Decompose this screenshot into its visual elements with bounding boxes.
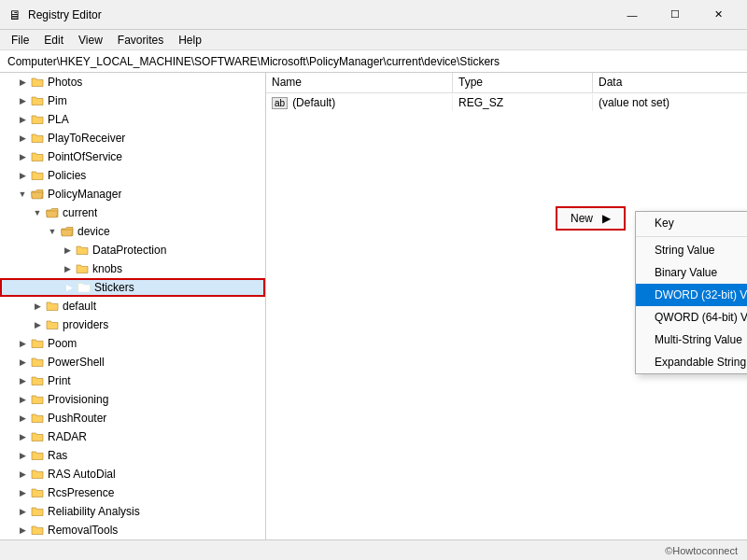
tree-item[interactable]: ▶ RAS AutoDial (0, 465, 265, 483)
expand-btn[interactable]: ▶ (15, 75, 30, 90)
folder-icon (30, 355, 45, 370)
new-button[interactable]: New ▶ (556, 206, 626, 231)
expand-btn[interactable]: ▶ (15, 373, 30, 388)
tree-label: Print (48, 374, 71, 387)
address-path: Computer\HKEY_LOCAL_MACHINE\SOFTWARE\Mic… (7, 55, 500, 68)
folder-icon (75, 261, 90, 276)
expand-btn[interactable]: ▼ (15, 187, 30, 202)
menu-item-view[interactable]: View (71, 32, 110, 49)
app-title: Registry Editor (28, 8, 611, 21)
expand-btn[interactable]: ▶ (30, 299, 45, 314)
expand-btn[interactable]: ▼ (30, 205, 45, 220)
tree-label: default (63, 300, 96, 313)
expand-btn[interactable]: ▶ (15, 93, 30, 108)
tree-item[interactable]: ▶ RemovalTools (0, 521, 265, 539)
expand-btn[interactable]: ▶ (15, 429, 30, 444)
ctx-menu-item[interactable]: QWORD (64-bit) Value (636, 306, 747, 329)
tree-item[interactable]: ▶ PLA (0, 110, 265, 129)
tree-label: Photos (48, 76, 82, 89)
reg-name: (Default) (292, 96, 335, 109)
tree-item[interactable]: ▶ Reliability Analysis (0, 502, 265, 521)
tree-item[interactable]: ▶ DataProtection (0, 241, 265, 259)
menu-item-favorites[interactable]: Favorites (110, 32, 171, 49)
ctx-menu-item[interactable]: Multi-String Value (636, 329, 747, 351)
tree-item[interactable]: ▶ PointOfService (0, 147, 265, 166)
tree-item[interactable]: ▶ providers (0, 315, 265, 334)
tree-item[interactable]: ▶ default (0, 297, 265, 315)
folder-icon (30, 448, 45, 463)
tree-item[interactable]: ▶ Provisioning (0, 390, 265, 409)
reg-type: REG_SZ (458, 96, 503, 109)
tree-item[interactable]: ▶ Photos (0, 73, 265, 91)
tree-item[interactable]: ▼ PolicyManager (0, 185, 265, 203)
ctx-menu-item[interactable]: String Value (636, 239, 747, 261)
tree-label: Provisioning (48, 393, 108, 406)
tree-item[interactable]: ▶ knobs (0, 259, 265, 278)
close-button[interactable]: ✕ (697, 0, 740, 30)
ctx-menu-item[interactable]: DWORD (32-bit) Value (636, 284, 747, 306)
expand-btn[interactable]: ▶ (15, 523, 30, 538)
tree-item[interactable]: ▶ PowerShell (0, 353, 265, 371)
tree-label: PowerShell (48, 356, 105, 369)
ctx-separator (636, 236, 747, 237)
expand-btn[interactable]: ▶ (15, 355, 30, 370)
folder-icon (30, 485, 45, 500)
tree-item[interactable]: ▶ Ras (0, 446, 265, 465)
tree-panel[interactable]: ▶ Photos▶ Pim▶ PLA▶ PlayToReceiver▶ Poin… (0, 73, 266, 539)
expand-btn[interactable]: ▶ (30, 317, 45, 332)
expand-btn[interactable]: ▶ (60, 243, 75, 258)
expand-btn[interactable]: ▶ (15, 467, 30, 482)
ctx-menu-item[interactable]: Key (636, 212, 747, 234)
expand-btn[interactable]: ▶ (62, 280, 77, 295)
expand-btn[interactable]: ▶ (15, 485, 30, 500)
expand-btn[interactable]: ▶ (60, 261, 75, 276)
ctx-menu-item[interactable]: Binary Value (636, 261, 747, 284)
expand-btn[interactable]: ▶ (15, 411, 30, 426)
tree-item[interactable]: ▼ current (0, 203, 265, 222)
expand-btn[interactable]: ▶ (15, 392, 30, 407)
tree-label: DataProtection (92, 244, 166, 257)
tree-item[interactable]: ▶ Pim (0, 91, 265, 110)
folder-icon (45, 317, 60, 332)
tree-label: device (78, 225, 110, 238)
reg-name-cell: ab (Default) (266, 94, 453, 111)
window-controls: — ☐ ✕ (611, 0, 740, 30)
tree-item[interactable]: ▶ Print (0, 371, 265, 390)
maximize-button[interactable]: ☐ (654, 0, 697, 30)
expand-btn[interactable]: ▶ (15, 504, 30, 519)
tree-item[interactable]: ▶ Poom (0, 334, 265, 353)
new-button-arrow: ▶ (602, 212, 611, 225)
registry-row[interactable]: ab (Default) REG_SZ (value not set) (266, 93, 747, 112)
expand-btn[interactable]: ▶ (15, 149, 30, 164)
main-content: ▶ Photos▶ Pim▶ PLA▶ PlayToReceiver▶ Poin… (0, 73, 747, 539)
tree-item[interactable]: ▶ Stickers (0, 278, 265, 297)
menu-item-help[interactable]: Help (171, 32, 209, 49)
tree-item[interactable]: ▶ RcsPresence (0, 483, 265, 502)
tree-label: Poom (48, 337, 77, 350)
ctx-menu-item[interactable]: Expandable String Value (636, 351, 747, 373)
tree-item[interactable]: ▶ PlayToReceiver (0, 129, 265, 147)
ab-icon: ab (272, 97, 288, 109)
expand-btn[interactable]: ▶ (15, 131, 30, 146)
expand-btn[interactable]: ▶ (15, 336, 30, 351)
right-panel-header: Name Type Data (266, 73, 747, 93)
folder-icon (30, 411, 45, 426)
menu-item-edit[interactable]: Edit (36, 32, 71, 49)
menu-item-file[interactable]: File (4, 32, 36, 49)
expand-btn[interactable]: ▶ (15, 448, 30, 463)
folder-icon (75, 243, 90, 258)
expand-btn[interactable]: ▶ (15, 112, 30, 127)
minimize-button[interactable]: — (611, 0, 654, 30)
folder-icon (30, 429, 45, 444)
tree-item[interactable]: ▶ PushRouter (0, 409, 265, 427)
tree-item[interactable]: ▼ device (0, 222, 265, 241)
tree-label: RADAR (48, 430, 87, 443)
tree-item[interactable]: ▶ RADAR (0, 427, 265, 446)
copyright-text: ©Howtoconnect (665, 545, 738, 556)
folder-icon (30, 187, 45, 202)
expand-btn[interactable]: ▶ (15, 168, 30, 183)
expand-btn[interactable]: ▼ (45, 224, 60, 239)
tree-item[interactable]: ▶ Policies (0, 166, 265, 185)
folder-icon (30, 373, 45, 388)
folder-icon (30, 149, 45, 164)
